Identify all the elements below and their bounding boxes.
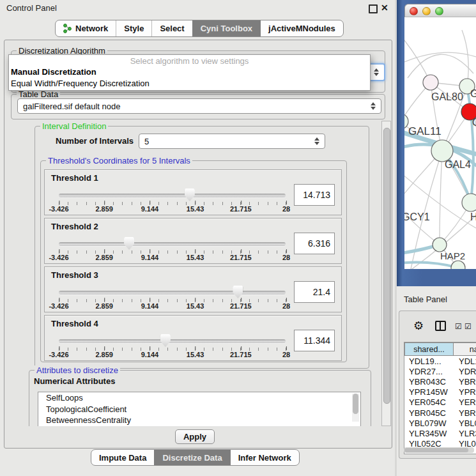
table-panel-title: Table Panel: [404, 295, 447, 304]
threshold-3-slider[interactable]: [59, 285, 286, 299]
tab-style[interactable]: Style: [116, 20, 151, 36]
table-row[interactable]: YDR27...YDR2: [404, 366, 476, 376]
split-columns-icon[interactable]: [435, 321, 446, 331]
tab-network[interactable]: Network: [56, 20, 116, 36]
slider-thumb[interactable]: [124, 237, 134, 250]
node-label: GA: [470, 88, 476, 99]
zoom-traffic-light[interactable]: [435, 7, 443, 15]
tab-jactivemnodules[interactable]: jActiveMNodules: [260, 20, 343, 36]
table-row[interactable]: YER054CYER0: [404, 397, 476, 408]
number-of-intervals-combobox[interactable]: 5: [139, 134, 325, 149]
tick-label: 15.43: [187, 205, 204, 213]
scrollbar-thumb[interactable]: [404, 448, 468, 452]
threshold-3-label: Threshold 3: [51, 270, 98, 280]
combo-arrows-icon: [374, 68, 379, 76]
column-header-name[interactable]: name: [454, 342, 476, 356]
checkbox-icon[interactable]: ☑: [464, 322, 472, 331]
tick-label: 28: [282, 254, 290, 261]
control-panel-title: Control Panel: [6, 3, 57, 13]
threshold-1-slider[interactable]: [59, 188, 286, 202]
node-gal80[interactable]: [423, 75, 438, 90]
threshold-2-panel: Threshold 2 -3.426 2.859 9.144 15.43 21.…: [44, 218, 342, 264]
node-label: HAP2: [440, 250, 465, 261]
control-panel-titlebar: Control Panel ✕: [0, 0, 395, 17]
gear-icon[interactable]: ⚙: [413, 319, 424, 333]
slider-thumb[interactable]: [185, 188, 195, 201]
table-data-combobox[interactable]: galFiltered.sif default node: [17, 98, 381, 114]
threshold-2-label: Threshold 2: [51, 222, 98, 231]
node-gal4[interactable]: [431, 140, 453, 162]
threshold-coordinates-title: Threshold's Coordinates for 5 Intervals: [46, 156, 192, 165]
close-icon[interactable]: ✕: [381, 3, 388, 13]
network-graph: GAL80 GA GAL11 C GAL4 GCY1 H HAP2: [404, 17, 476, 269]
threshold-1-value-field[interactable]: 14.713: [294, 184, 335, 206]
attributes-list-scrollbar[interactable]: [352, 394, 359, 422]
node-attribute-table[interactable]: shared... name YDL19...YDL1 YDR27...YDR2…: [404, 342, 476, 454]
float-window-icon[interactable]: [369, 4, 378, 13]
table-row[interactable]: YPR145WYPR1: [404, 387, 476, 397]
slider-thumb[interactable]: [160, 334, 171, 347]
tab-cyni-toolbox-label: Cyni Toolbox: [201, 24, 252, 33]
scrollbar-thumb[interactable]: [383, 128, 390, 404]
table-row[interactable]: YBR045CYBR0: [404, 408, 476, 418]
threshold-4-value-field[interactable]: 11.344: [294, 330, 335, 351]
table-panel-body: ⚙ ☑ ☑ shared... name YDL19...YDL1 YDR27.…: [399, 311, 476, 459]
algorithm-option-equal-width[interactable]: Equal Width/Frequency Discretization: [9, 78, 370, 89]
slider-track[interactable]: [59, 242, 286, 246]
tick-label: 28: [282, 205, 290, 213]
number-of-intervals-label: Number of Intervals: [56, 136, 134, 146]
tab-select[interactable]: Select: [151, 20, 192, 36]
slider-thumb[interactable]: [233, 286, 243, 298]
table-data-group-title: Table Data: [17, 89, 60, 99]
table-row[interactable]: YLR345WYLR3: [404, 428, 476, 438]
list-item[interactable]: TopologicalCoefficient: [38, 404, 360, 415]
close-traffic-light[interactable]: [410, 7, 418, 15]
control-panel-window: Control Panel ✕ Network Style Select Cyn…: [0, 0, 395, 476]
threshold-3-value-field[interactable]: 21.4: [294, 281, 335, 303]
tick-label: -3.426: [49, 302, 68, 310]
algorithm-dropdown-hint: Select algorithm to view settings: [9, 55, 370, 66]
list-item[interactable]: SelfLoops: [38, 392, 360, 404]
slider-track[interactable]: [59, 194, 286, 197]
settings-scrollbar[interactable]: [381, 121, 391, 426]
threshold-1-label: Threshold 1: [51, 173, 98, 183]
numerical-attributes-list[interactable]: SelfLoops TopologicalCoefficient Between…: [38, 392, 361, 426]
table-row[interactable]: YBR043CYBR0: [404, 376, 476, 387]
threshold-4-slider[interactable]: [59, 334, 286, 348]
apply-button[interactable]: Apply: [175, 429, 215, 444]
attributes-group-title: Attributes to discretize: [35, 365, 120, 375]
threshold-2-value-field[interactable]: 6.316: [294, 233, 335, 254]
threshold-2-slider[interactable]: [59, 236, 286, 250]
network-window-titlebar[interactable]: [404, 4, 476, 17]
tab-impute-data[interactable]: Impute Data: [91, 450, 154, 465]
algorithm-dropdown-popup: Select algorithm to view settings Manual…: [8, 54, 371, 91]
network-canvas[interactable]: GAL80 GA GAL11 C GAL4 GCY1 H HAP2: [404, 17, 476, 269]
cyni-toolbox-panel: Discretization Algorithm Select algorith…: [4, 40, 392, 449]
threshold-1-panel: Threshold 1 -3.426 2.859 9.144 15.43 21.…: [44, 169, 342, 215]
bottom-tabbar: Impute Data Discretize Data Infer Networ…: [91, 449, 300, 466]
slider-track[interactable]: [59, 291, 286, 295]
tick-label: 2.859: [95, 254, 113, 261]
slider-track[interactable]: [59, 339, 286, 343]
tab-cyni-toolbox[interactable]: Cyni Toolbox: [192, 20, 260, 36]
threshold-4-label: Threshold 4: [51, 319, 98, 328]
settings-scroll-viewport: Interval Definition Number of Intervals …: [9, 121, 381, 426]
checkbox-icon[interactable]: ☑: [455, 322, 462, 331]
tick-label: 15.43: [187, 351, 204, 358]
column-header-shared-name[interactable]: shared...: [404, 342, 454, 356]
tab-select-label: Select: [160, 24, 184, 33]
tick-label: 2.859: [95, 351, 113, 358]
tab-infer-network[interactable]: Infer Network: [230, 450, 299, 465]
table-header-row: shared... name: [404, 342, 476, 356]
tab-jactivemnodules-label: jActiveMNodules: [268, 24, 335, 33]
node-hap2[interactable]: [433, 238, 447, 252]
minimize-traffic-light[interactable]: [422, 7, 431, 15]
node-label: GAL4: [445, 159, 471, 170]
table-row[interactable]: YBL079WYBL0: [404, 418, 476, 428]
list-item[interactable]: BetweennessCentrality: [38, 415, 360, 426]
tab-discretize-data[interactable]: Discretize Data: [154, 450, 229, 465]
algorithm-option-manual[interactable]: Manual Discretization: [9, 66, 370, 78]
node-h[interactable]: [462, 194, 476, 211]
table-row[interactable]: YDL19...YDL1: [404, 356, 476, 366]
table-horizontal-scrollbar[interactable]: [404, 447, 474, 453]
